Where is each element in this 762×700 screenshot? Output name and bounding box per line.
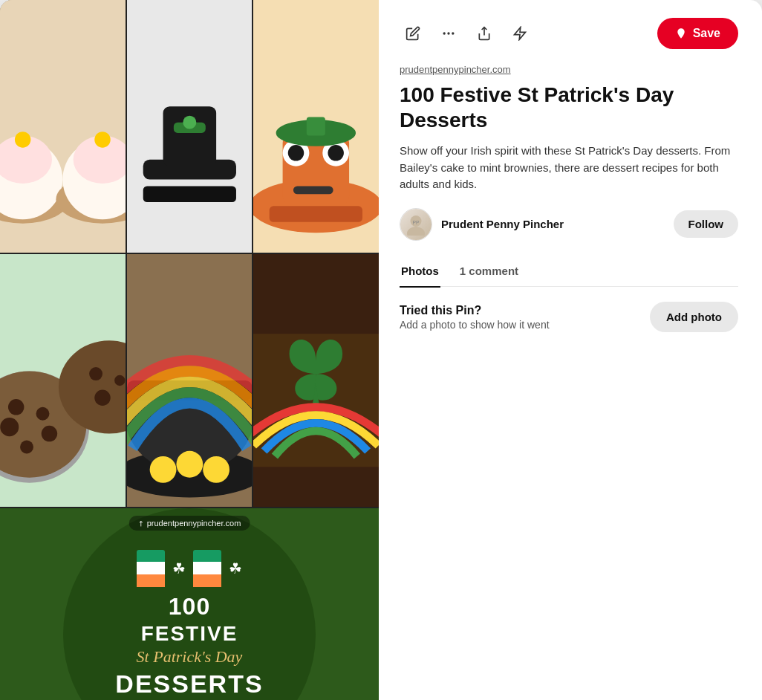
svg-rect-23 — [293, 187, 333, 195]
tabs-row: Photos 1 comment — [400, 259, 738, 288]
svg-point-7 — [15, 132, 30, 147]
center-title-desserts: DESSERTS — [115, 670, 263, 699]
svg-point-29 — [8, 399, 24, 415]
tried-title: Tried this Pin? — [400, 304, 550, 317]
more-options-button[interactable] — [435, 20, 462, 47]
center-title-festive: FESTIVE — [141, 622, 238, 646]
add-photo-button[interactable]: Add photo — [650, 302, 738, 332]
pin-title: 100 Festive St Patrick's Day Desserts — [400, 82, 738, 132]
pin-description: Show off your Irish spirit with these St… — [400, 143, 738, 193]
svg-point-85 — [443, 32, 446, 34]
tried-subtitle: Add a photo to show how it went — [400, 319, 550, 331]
follow-button[interactable]: Follow — [674, 210, 739, 238]
overlay-url-text: prudentpennypincher.com — [147, 519, 241, 528]
svg-point-20 — [288, 145, 304, 161]
svg-point-43 — [203, 456, 229, 483]
pin-icon — [675, 27, 687, 39]
tried-text: Tried this Pin? Add a photo to show how … — [400, 304, 550, 331]
svg-text:PP: PP — [412, 220, 420, 225]
svg-point-35 — [89, 367, 102, 380]
svg-point-37 — [94, 390, 110, 406]
collage-cell-2 — [127, 0, 253, 253]
tried-section: Tried this Pin? Add a photo to show how … — [400, 302, 738, 332]
pin-image: ☘ ☘ 100 FESTIVE St Patrick's Day DESSERT… — [0, 0, 379, 700]
tab-photos[interactable]: Photos — [400, 259, 440, 288]
svg-point-86 — [447, 32, 449, 34]
shamrock-symbol: ☘ — [172, 560, 186, 577]
svg-point-32 — [42, 426, 57, 441]
collage-cell-4 — [0, 254, 126, 507]
center-flags: ☘ ☘ — [137, 550, 242, 587]
author-row: PP Prudent Penny Pincher Follow — [400, 208, 738, 241]
save-button[interactable]: Save — [657, 18, 738, 49]
svg-point-31 — [0, 418, 19, 436]
svg-point-33 — [20, 441, 33, 454]
svg-point-22 — [328, 145, 344, 161]
svg-point-87 — [452, 32, 454, 34]
overlay-url-link[interactable]: ↗ prudentpennypincher.com — [129, 516, 250, 531]
flag-ireland-1 — [137, 550, 165, 587]
svg-point-41 — [149, 456, 176, 483]
save-label: Save — [693, 27, 720, 40]
collage-cell-1 — [0, 0, 126, 253]
author-avatar[interactable]: PP — [400, 208, 432, 241]
external-link-icon: ↗ — [136, 518, 146, 528]
svg-point-30 — [36, 407, 50, 421]
svg-rect-18 — [270, 206, 362, 221]
claim-button[interactable] — [507, 20, 533, 47]
svg-marker-89 — [515, 27, 526, 40]
svg-point-91 — [407, 227, 425, 236]
collage-cell-3 — [253, 0, 379, 253]
share-button[interactable] — [471, 20, 498, 47]
tab-comments[interactable]: 1 comment — [458, 259, 520, 288]
shamrock-symbol-2: ☘ — [229, 560, 242, 577]
svg-point-13 — [183, 116, 196, 129]
center-overlay: ☘ ☘ 100 FESTIVE St Patrick's Day DESSERT… — [63, 508, 316, 700]
svg-rect-25 — [307, 117, 325, 135]
avatar-image: PP — [400, 209, 432, 240]
source-url[interactable]: prudentpennypincher.com — [400, 64, 738, 75]
svg-point-42 — [176, 451, 203, 478]
collage-grid: ☘ ☘ 100 FESTIVE St Patrick's Day DESSERT… — [0, 0, 379, 700]
edit-button[interactable] — [400, 20, 426, 47]
center-subtitle: St Patrick's Day — [137, 647, 243, 667]
author-name[interactable]: Prudent Penny Pincher — [441, 218, 665, 230]
collage-cell-6 — [253, 254, 379, 507]
pin-details: Save prudentpennypincher.com 100 Festive… — [379, 0, 762, 700]
flag-ireland-2 — [193, 550, 221, 587]
pin-container: ☘ ☘ 100 FESTIVE St Patrick's Day DESSERT… — [0, 0, 762, 700]
collage-center: ☘ ☘ 100 FESTIVE St Patrick's Day DESSERT… — [0, 508, 379, 700]
collage-cell-5 — [127, 254, 253, 507]
svg-point-36 — [114, 375, 125, 386]
center-title-100: 100 — [169, 593, 210, 620]
svg-point-8 — [94, 132, 110, 147]
svg-rect-14 — [143, 187, 235, 202]
svg-rect-11 — [163, 106, 216, 166]
toolbar: Save — [400, 18, 738, 49]
